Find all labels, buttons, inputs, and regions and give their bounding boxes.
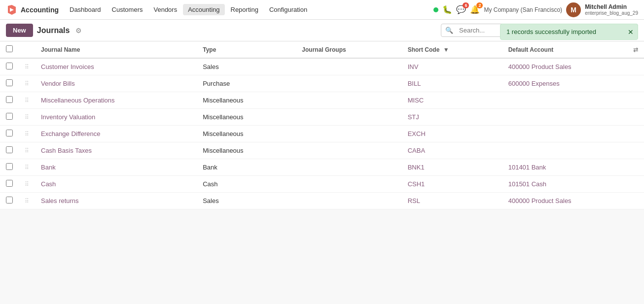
journal-name-link[interactable]: Sales returns xyxy=(41,197,79,204)
status-indicator xyxy=(433,7,438,12)
select-all-col xyxy=(0,41,19,58)
journal-groups xyxy=(296,58,401,75)
journal-name-link[interactable]: Cash Basis Taxes xyxy=(41,147,92,154)
journal-groups-col-header: Journal Groups xyxy=(296,41,401,58)
column-settings-icon[interactable]: ⇄ xyxy=(633,46,638,53)
row-checkbox[interactable] xyxy=(6,146,13,153)
drag-handle[interactable]: ⠿ xyxy=(19,159,35,176)
notifications-badge: 2 xyxy=(476,2,483,8)
short-code-link[interactable]: BNK1 xyxy=(408,164,425,171)
journal-name-link[interactable]: Vendor Bills xyxy=(41,80,75,87)
nav-reporting[interactable]: Reporting xyxy=(226,4,263,15)
top-navigation: Accounting Dashboard Customers Vendors A… xyxy=(0,0,644,20)
journal-groups xyxy=(296,142,401,159)
journal-name-link[interactable]: Inventory Valuation xyxy=(41,113,95,121)
select-all-checkbox[interactable] xyxy=(6,45,13,52)
topnav-right: 🐛 💬 6 🔔 2 My Company (San Francisco) M M… xyxy=(433,2,638,17)
short-code-link[interactable]: CABA xyxy=(408,147,425,154)
short-code-link[interactable]: RSL xyxy=(408,197,420,204)
drag-handle[interactable]: ⠿ xyxy=(19,126,35,142)
default-account-link[interactable]: 101401 Bank xyxy=(508,164,546,171)
row-checkbox[interactable] xyxy=(6,163,13,170)
table-header: Journal Name Type Journal Groups Short C… xyxy=(0,41,644,58)
app-logo[interactable]: Accounting xyxy=(6,4,59,16)
close-banner-button[interactable]: ✕ xyxy=(628,28,634,36)
nav-accounting[interactable]: Accounting xyxy=(183,4,224,15)
journal-name-link[interactable]: Miscellaneous Operations xyxy=(41,97,115,104)
row-checkbox[interactable] xyxy=(6,180,13,187)
short-code-link[interactable]: INV xyxy=(408,63,419,70)
table-row: ⠿Miscellaneous OperationsMiscellaneousMI… xyxy=(0,92,644,109)
user-avatar[interactable]: M xyxy=(566,2,581,17)
journals-table-container: Journal Name Type Journal Groups Short C… xyxy=(0,41,644,209)
short-code-link[interactable]: EXCH xyxy=(408,130,426,137)
bug-icon[interactable]: 🐛 xyxy=(442,5,452,14)
new-button[interactable]: New xyxy=(6,24,33,37)
short-code-link[interactable]: BILL xyxy=(408,80,421,87)
row-checkbox[interactable] xyxy=(6,130,13,136)
table-row: ⠿Customer InvoicesSalesINV400000 Product… xyxy=(0,58,644,75)
nav-dashboard[interactable]: Dashboard xyxy=(65,4,106,15)
chat-icon[interactable]: 💬 6 xyxy=(456,5,466,14)
short-code-col-header[interactable]: Short Code ▼ xyxy=(402,41,502,58)
journal-name-link[interactable]: Cash xyxy=(41,180,56,188)
drag-handle[interactable]: ⠿ xyxy=(19,176,35,193)
journal-name-link[interactable]: Customer Invoices xyxy=(41,63,94,70)
short-code-link[interactable]: CSH1 xyxy=(408,180,425,188)
notifications-icon[interactable]: 🔔 2 xyxy=(470,5,480,14)
drag-handle[interactable]: ⠿ xyxy=(19,193,35,209)
journal-type: Miscellaneous xyxy=(197,109,296,126)
nav-customers[interactable]: Customers xyxy=(107,4,148,15)
drag-handle[interactable]: ⠿ xyxy=(19,109,35,126)
journal-type: Sales xyxy=(197,193,296,209)
toolbar: New Journals ⚙ 🔍 ▾ 1 records successfull… xyxy=(0,20,644,41)
journal-groups xyxy=(296,75,401,92)
nav-vendors[interactable]: Vendors xyxy=(148,4,182,15)
journal-type: Bank xyxy=(197,159,296,176)
journal-type: Cash xyxy=(197,176,296,193)
type-col-header: Type xyxy=(197,41,296,58)
default-account-col-header: Default Account ⇄ xyxy=(502,41,644,58)
table-row: ⠿BankBankBNK1101401 Bank xyxy=(0,159,644,176)
drag-handle[interactable]: ⠿ xyxy=(19,58,35,75)
default-account-link[interactable]: 400000 Product Sales xyxy=(508,197,572,204)
row-checkbox[interactable] xyxy=(6,96,13,103)
journal-type: Miscellaneous xyxy=(197,142,296,159)
short-code-link[interactable]: MISC xyxy=(408,97,424,104)
table-row: ⠿Sales returnsSalesRSL400000 Product Sal… xyxy=(0,193,644,209)
journal-groups xyxy=(296,109,401,126)
default-account-link[interactable]: 600000 Expenses xyxy=(508,80,560,87)
journal-type: Purchase xyxy=(197,75,296,92)
gear-icon[interactable]: ⚙ xyxy=(75,27,82,34)
drag-handle[interactable]: ⠿ xyxy=(19,92,35,109)
journal-name-col-header: Journal Name xyxy=(35,41,197,58)
row-checkbox[interactable] xyxy=(6,79,13,86)
table-row: ⠿Vendor BillsPurchaseBILL600000 Expenses xyxy=(0,75,644,92)
journal-name-link[interactable]: Bank xyxy=(41,164,56,171)
journal-name-link[interactable]: Exchange Difference xyxy=(41,130,100,137)
table-row: ⠿Inventory ValuationMiscellaneousSTJ xyxy=(0,109,644,126)
journal-groups xyxy=(296,126,401,142)
short-code-link[interactable]: STJ xyxy=(408,113,419,121)
nav-configuration[interactable]: Configuration xyxy=(264,4,312,15)
top-menu: Dashboard Customers Vendors Accounting R… xyxy=(65,4,431,15)
drag-col-header xyxy=(19,41,35,58)
user-subtitle: enterprise_blog_aug_29 xyxy=(585,10,638,16)
import-success-message: 1 records successfully imported xyxy=(506,28,596,35)
app-brand: Accounting xyxy=(21,6,59,14)
default-account-link[interactable]: 400000 Product Sales xyxy=(508,63,572,70)
row-checkbox[interactable] xyxy=(6,63,13,69)
journal-groups xyxy=(296,159,401,176)
drag-handle[interactable]: ⠿ xyxy=(19,142,35,159)
journal-groups xyxy=(296,176,401,193)
journals-table: Journal Name Type Journal Groups Short C… xyxy=(0,41,644,209)
row-checkbox[interactable] xyxy=(6,113,13,120)
user-info: Mitchell Admin enterprise_blog_aug_29 xyxy=(585,3,638,16)
drag-handle[interactable]: ⠿ xyxy=(19,75,35,92)
journal-groups xyxy=(296,193,401,209)
journal-type: Miscellaneous xyxy=(197,92,296,109)
company-name[interactable]: My Company (San Francisco) xyxy=(484,6,562,13)
row-checkbox[interactable] xyxy=(6,197,13,203)
default-account-link[interactable]: 101501 Cash xyxy=(508,180,546,188)
chat-badge: 6 xyxy=(463,2,469,8)
